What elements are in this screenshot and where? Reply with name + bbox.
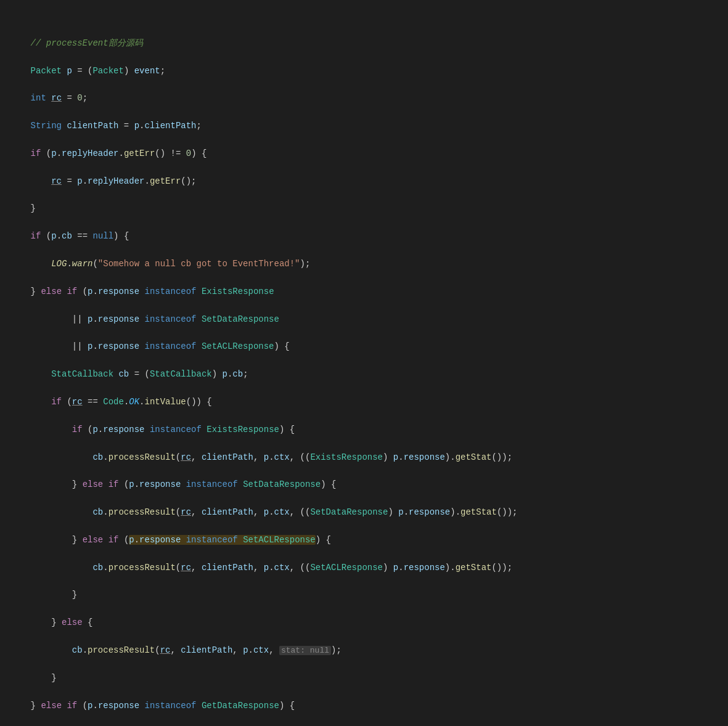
line-statcallback: StatCallback cb = (StatCallback) p.cb; <box>10 367 718 381</box>
line-int: int rc = 0; <box>10 91 718 105</box>
line-cb-setacl: cb.processResult(rc, clientPath, p.ctx, … <box>10 561 718 574</box>
line-else-if-setdata: } else if (p.response instanceof SetData… <box>10 478 718 491</box>
comment-text: // processEvent部分源码 <box>10 38 143 48</box>
line-else-null-stat: } else { <box>10 616 718 629</box>
line-comment: // processEvent部分源码 <box>10 36 718 50</box>
line-rc-assign: rc = p.replyHeader.getErr(); <box>10 174 718 188</box>
line-else-if-exists: } else if (p.response instanceof ExistsR… <box>10 285 718 298</box>
line-if-reply: if (p.replyHeader.getErr() != 0) { <box>10 147 718 160</box>
code-viewer: // processEvent部分源码 Packet p = (Packet) … <box>0 6 728 726</box>
line-pipe-setacl: || p.response instanceof SetACLResponse)… <box>10 340 718 353</box>
line-close1: } <box>10 202 718 215</box>
line-packet: Packet p = (Packet) event; <box>10 64 718 78</box>
line-close2: } <box>10 671 718 685</box>
line-close-inner: } <box>10 588 718 602</box>
line-cb-setdata: cb.processResult(rc, clientPath, p.ctx, … <box>10 505 718 519</box>
line-if-rc-ok1: if (rc == Code.OK.intValue()) { <box>10 395 718 409</box>
line-cb-null-stat: cb.processResult(rc, clientPath, p.ctx, … <box>10 643 718 658</box>
line-cb-exists: cb.processResult(rc, clientPath, p.ctx, … <box>10 451 718 464</box>
line-else-if-setacl: } else if (p.response instanceof SetACLR… <box>10 533 718 547</box>
line-if-exists-resp: if (p.response instanceof ExistsResponse… <box>10 423 718 436</box>
line-else-if-getdata: } else if (p.response instanceof GetData… <box>10 699 718 712</box>
line-log: LOG.warn("Somehow a null cb got to Event… <box>10 257 718 271</box>
line-pipe-setdata: || p.response instanceof SetDataResponse <box>10 312 718 326</box>
line-if-cb: if (p.cb == null) { <box>10 229 718 243</box>
line-string: String clientPath = p.clientPath; <box>10 119 718 133</box>
